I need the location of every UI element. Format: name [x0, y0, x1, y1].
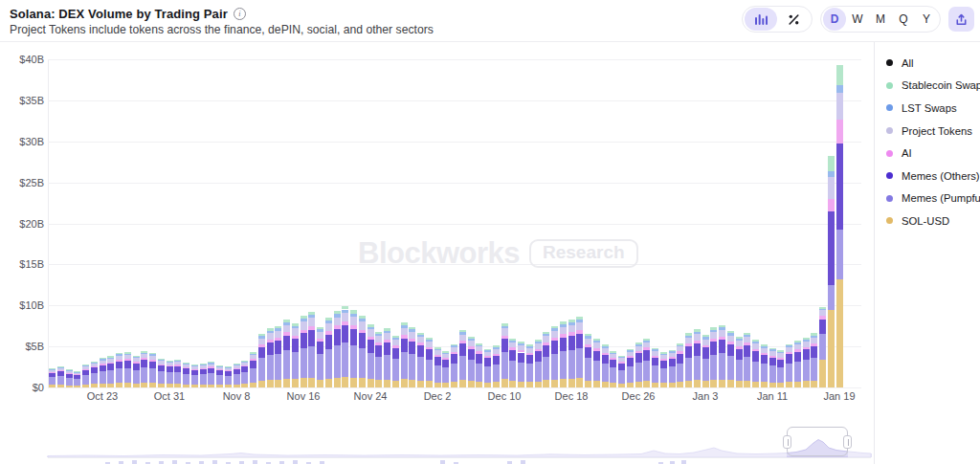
bar-segment[interactable]	[225, 370, 232, 371]
bar-segment[interactable]	[426, 340, 433, 342]
bar-segment[interactable]	[769, 349, 776, 351]
bar-segment[interactable]	[133, 356, 140, 357]
bar-segment[interactable]	[375, 342, 382, 345]
bar-segment[interactable]	[342, 377, 348, 387]
bar-segment[interactable]	[57, 367, 64, 368]
bar-segment[interactable]	[719, 340, 725, 353]
bar-segment[interactable]	[174, 372, 181, 384]
bar-segment[interactable]	[828, 310, 835, 387]
bar-segment[interactable]	[610, 353, 616, 355]
bar-segment[interactable]	[819, 360, 826, 387]
bar-segment[interactable]	[200, 365, 207, 368]
bar-segment[interactable]	[610, 358, 616, 360]
bar-segment[interactable]	[66, 373, 73, 374]
bar-segment[interactable]	[811, 343, 817, 346]
bar-segment[interactable]	[811, 358, 817, 381]
bar-segment[interactable]	[317, 354, 323, 380]
bar-segment[interactable]	[442, 383, 449, 387]
bar-segment[interactable]	[57, 367, 64, 369]
bar-segment[interactable]	[509, 347, 516, 350]
bar-segment[interactable]	[250, 361, 256, 368]
bar-segment[interactable]	[777, 353, 784, 357]
bar-segment[interactable]	[459, 380, 466, 387]
bar-segment[interactable]	[283, 332, 290, 336]
bar-segment[interactable]	[384, 355, 390, 380]
bar-segment[interactable]	[677, 382, 683, 387]
bar-segment[interactable]	[275, 341, 281, 354]
bar-segment[interactable]	[702, 345, 709, 348]
bar-segment[interactable]	[719, 327, 725, 330]
bar-segment[interactable]	[368, 340, 374, 353]
bar-segment[interactable]	[116, 362, 122, 369]
bar-segment[interactable]	[250, 368, 256, 383]
bar-segment[interactable]	[57, 370, 64, 371]
bar-segment[interactable]	[267, 342, 274, 355]
bar-segment[interactable]	[359, 321, 366, 329]
bar-segment[interactable]	[283, 320, 290, 322]
bar-segment[interactable]	[141, 358, 147, 360]
bar-segment[interactable]	[560, 379, 567, 387]
bar-segment[interactable]	[836, 230, 843, 278]
bar-segment[interactable]	[736, 341, 743, 346]
bar-segment[interactable]	[191, 385, 198, 387]
bar-segment[interactable]	[258, 336, 265, 338]
bar-segment[interactable]	[602, 355, 609, 364]
bar-segment[interactable]	[468, 341, 475, 346]
bar-segment[interactable]	[736, 381, 743, 387]
bar-segment[interactable]	[761, 348, 768, 353]
bar-segment[interactable]	[836, 65, 843, 85]
bar-segment[interactable]	[786, 347, 792, 352]
bar-segment[interactable]	[484, 349, 491, 351]
bar-segment[interactable]	[685, 346, 692, 358]
bar-segment[interactable]	[660, 352, 667, 353]
bar-segment[interactable]	[786, 364, 792, 382]
bar-segment[interactable]	[149, 356, 156, 360]
bar-segment[interactable]	[719, 337, 725, 340]
bar-segment[interactable]	[694, 356, 701, 381]
bar-segment[interactable]	[200, 369, 207, 374]
bar-segment[interactable]	[258, 344, 265, 347]
bar-segment[interactable]	[183, 374, 189, 385]
bar-segment[interactable]	[167, 362, 173, 363]
bar-segment[interactable]	[811, 346, 817, 358]
bar-segment[interactable]	[375, 334, 382, 336]
bar-segment[interactable]	[685, 343, 692, 346]
bar-segment[interactable]	[74, 386, 80, 387]
bar-segment[interactable]	[74, 371, 80, 372]
bar-segment[interactable]	[275, 331, 281, 338]
bar-segment[interactable]	[275, 380, 281, 387]
bar-segment[interactable]	[484, 350, 491, 352]
bar-segment[interactable]	[417, 381, 424, 387]
bar-segment[interactable]	[526, 355, 533, 364]
bar-segment[interactable]	[208, 373, 214, 384]
bar-segment[interactable]	[535, 340, 542, 342]
bar-segment[interactable]	[409, 342, 415, 354]
bar-segment[interactable]	[777, 358, 784, 360]
bar-segment[interactable]	[493, 382, 500, 387]
bar-segment[interactable]	[359, 378, 366, 387]
bar-segment[interactable]	[543, 357, 549, 380]
bar-segment[interactable]	[761, 382, 768, 387]
bar-segment[interactable]	[283, 325, 290, 333]
bar-segment[interactable]	[82, 365, 89, 365]
bar-segment[interactable]	[267, 331, 274, 333]
bar-segment[interactable]	[267, 328, 274, 330]
bar-segment[interactable]	[660, 354, 667, 355]
bar-segment[interactable]	[191, 370, 198, 375]
bar-segment[interactable]	[250, 352, 256, 353]
bar-segment[interactable]	[82, 365, 89, 366]
bar-segment[interactable]	[451, 364, 457, 382]
bar-segment[interactable]	[149, 353, 156, 354]
bar-segment[interactable]	[107, 358, 114, 359]
bar-segment[interactable]	[208, 368, 214, 374]
bar-segment[interactable]	[610, 351, 616, 353]
bar-segment[interactable]	[484, 356, 491, 358]
bar-segment[interactable]	[317, 327, 323, 330]
bar-segment[interactable]	[191, 365, 198, 366]
bar-segment[interactable]	[334, 318, 341, 326]
bar-segment[interactable]	[643, 381, 650, 387]
bar-segment[interactable]	[476, 364, 482, 382]
bar-segment[interactable]	[627, 366, 634, 383]
bar-segment[interactable]	[602, 364, 609, 382]
bar-segment[interactable]	[618, 384, 625, 387]
